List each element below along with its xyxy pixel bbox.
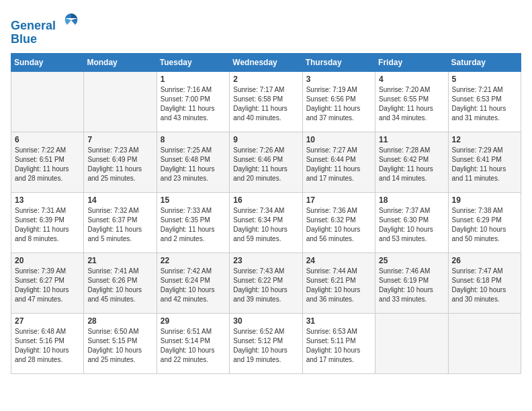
logo-icon [62,11,81,30]
day-info: Sunrise: 7:42 AM Sunset: 6:24 PM Dayligh… [161,267,226,304]
day-info: Sunrise: 7:36 AM Sunset: 6:32 PM Dayligh… [306,206,371,244]
calendar-week-row: 20Sunrise: 7:39 AM Sunset: 6:27 PM Dayli… [11,253,521,313]
day-number: 16 [233,195,298,205]
calendar-day-cell: 28Sunrise: 6:50 AM Sunset: 5:15 PM Dayli… [84,313,157,373]
calendar-day-cell: 17Sunrise: 7:36 AM Sunset: 6:32 PM Dayli… [302,192,375,253]
day-number: 27 [15,316,80,326]
day-info: Sunrise: 7:37 AM Sunset: 6:30 PM Dayligh… [379,206,444,244]
day-info: Sunrise: 7:34 AM Sunset: 6:34 PM Dayligh… [233,206,298,244]
day-number: 22 [161,256,226,265]
calendar-table: SundayMondayTuesdayWednesdayThursdayFrid… [11,53,521,374]
day-number: 24 [306,256,371,265]
calendar-day-cell: 29Sunrise: 6:51 AM Sunset: 5:14 PM Dayli… [157,313,229,373]
weekday-header-cell: Thursday [302,53,375,71]
day-info: Sunrise: 7:32 AM Sunset: 6:37 PM Dayligh… [87,206,152,244]
calendar-day-cell: 24Sunrise: 7:44 AM Sunset: 6:21 PM Dayli… [302,253,375,313]
day-info: Sunrise: 7:29 AM Sunset: 6:41 PM Dayligh… [452,146,517,183]
calendar-day-cell: 19Sunrise: 7:38 AM Sunset: 6:29 PM Dayli… [448,192,521,253]
calendar-week-row: 27Sunrise: 6:48 AM Sunset: 5:16 PM Dayli… [11,313,521,373]
calendar-day-cell [11,71,84,132]
day-number: 19 [452,195,517,205]
day-number: 5 [452,75,517,84]
calendar-day-cell: 27Sunrise: 6:48 AM Sunset: 5:16 PM Dayli… [11,313,84,373]
day-number: 26 [452,256,517,265]
calendar-day-cell: 2Sunrise: 7:17 AM Sunset: 6:58 PM Daylig… [230,71,302,132]
calendar-day-cell: 30Sunrise: 6:52 AM Sunset: 5:12 PM Dayli… [230,313,302,373]
day-number: 21 [87,256,152,265]
calendar-day-cell: 20Sunrise: 7:39 AM Sunset: 6:27 PM Dayli… [11,253,84,313]
calendar-day-cell [84,71,157,132]
day-number: 1 [161,75,226,84]
day-number: 10 [306,135,371,144]
day-info: Sunrise: 6:52 AM Sunset: 5:12 PM Dayligh… [233,327,298,365]
day-info: Sunrise: 7:31 AM Sunset: 6:39 PM Dayligh… [15,206,80,244]
day-number: 4 [379,75,444,84]
day-info: Sunrise: 7:17 AM Sunset: 6:58 PM Dayligh… [233,85,298,123]
calendar-day-cell: 18Sunrise: 7:37 AM Sunset: 6:30 PM Dayli… [375,192,448,253]
day-info: Sunrise: 6:53 AM Sunset: 5:11 PM Dayligh… [306,327,371,365]
calendar-day-cell: 12Sunrise: 7:29 AM Sunset: 6:41 PM Dayli… [448,132,521,192]
day-number: 3 [306,75,371,84]
day-number: 14 [87,195,152,205]
day-number: 29 [161,316,226,326]
day-info: Sunrise: 7:16 AM Sunset: 7:00 PM Dayligh… [161,85,226,123]
day-info: Sunrise: 7:33 AM Sunset: 6:35 PM Dayligh… [161,206,226,244]
weekday-header-cell: Tuesday [157,53,229,71]
day-number: 7 [87,135,152,144]
weekday-header-cell: Monday [84,53,157,71]
day-info: Sunrise: 7:21 AM Sunset: 6:53 PM Dayligh… [452,85,517,123]
day-number: 11 [379,135,444,144]
calendar-week-row: 6Sunrise: 7:22 AM Sunset: 6:51 PM Daylig… [11,132,521,192]
calendar-day-cell: 6Sunrise: 7:22 AM Sunset: 6:51 PM Daylig… [11,132,84,192]
calendar-day-cell: 5Sunrise: 7:21 AM Sunset: 6:53 PM Daylig… [448,71,521,132]
calendar-day-cell: 13Sunrise: 7:31 AM Sunset: 6:39 PM Dayli… [11,192,84,253]
calendar-day-cell: 21Sunrise: 7:41 AM Sunset: 6:26 PM Dayli… [84,253,157,313]
weekday-header-cell: Wednesday [230,53,302,71]
day-number: 6 [15,135,80,144]
weekday-header-row: SundayMondayTuesdayWednesdayThursdayFrid… [11,53,521,71]
calendar-day-cell: 10Sunrise: 7:27 AM Sunset: 6:44 PM Dayli… [302,132,375,192]
day-info: Sunrise: 7:47 AM Sunset: 6:18 PM Dayligh… [452,267,517,304]
day-info: Sunrise: 7:27 AM Sunset: 6:44 PM Dayligh… [306,146,371,183]
day-info: Sunrise: 7:43 AM Sunset: 6:22 PM Dayligh… [233,267,298,304]
day-info: Sunrise: 7:20 AM Sunset: 6:55 PM Dayligh… [379,85,444,123]
calendar-day-cell: 16Sunrise: 7:34 AM Sunset: 6:34 PM Dayli… [230,192,302,253]
day-info: Sunrise: 7:25 AM Sunset: 6:48 PM Dayligh… [161,146,226,183]
calendar-day-cell: 14Sunrise: 7:32 AM Sunset: 6:37 PM Dayli… [84,192,157,253]
day-number: 9 [233,135,298,144]
day-info: Sunrise: 7:19 AM Sunset: 6:56 PM Dayligh… [306,85,371,123]
calendar-day-cell: 15Sunrise: 7:33 AM Sunset: 6:35 PM Dayli… [157,192,229,253]
day-info: Sunrise: 7:41 AM Sunset: 6:26 PM Dayligh… [87,267,152,304]
calendar-week-row: 1Sunrise: 7:16 AM Sunset: 7:00 PM Daylig… [11,71,521,132]
calendar-body: 1Sunrise: 7:16 AM Sunset: 7:00 PM Daylig… [11,71,521,373]
calendar-day-cell: 26Sunrise: 7:47 AM Sunset: 6:18 PM Dayli… [448,253,521,313]
calendar-day-cell: 25Sunrise: 7:46 AM Sunset: 6:19 PM Dayli… [375,253,448,313]
weekday-header-cell: Saturday [448,53,521,71]
day-info: Sunrise: 7:23 AM Sunset: 6:49 PM Dayligh… [87,146,152,183]
day-number: 17 [306,195,371,205]
logo: General Blue [11,11,81,46]
day-number: 20 [15,256,80,265]
day-info: Sunrise: 7:39 AM Sunset: 6:27 PM Dayligh… [15,267,80,304]
day-info: Sunrise: 6:48 AM Sunset: 5:16 PM Dayligh… [15,327,80,365]
day-number: 13 [15,195,80,205]
page-header: General Blue [11,11,521,46]
day-info: Sunrise: 6:50 AM Sunset: 5:15 PM Dayligh… [87,327,152,365]
day-number: 15 [161,195,226,205]
day-number: 8 [161,135,226,144]
day-number: 18 [379,195,444,205]
day-info: Sunrise: 6:51 AM Sunset: 5:14 PM Dayligh… [161,327,226,365]
calendar-day-cell: 1Sunrise: 7:16 AM Sunset: 7:00 PM Daylig… [157,71,229,132]
calendar-day-cell: 3Sunrise: 7:19 AM Sunset: 6:56 PM Daylig… [302,71,375,132]
calendar-day-cell: 8Sunrise: 7:25 AM Sunset: 6:48 PM Daylig… [157,132,229,192]
weekday-header-cell: Friday [375,53,448,71]
calendar-day-cell: 31Sunrise: 6:53 AM Sunset: 5:11 PM Dayli… [302,313,375,373]
day-info: Sunrise: 7:22 AM Sunset: 6:51 PM Dayligh… [15,146,80,183]
calendar-day-cell [448,313,521,373]
calendar-day-cell: 4Sunrise: 7:20 AM Sunset: 6:55 PM Daylig… [375,71,448,132]
weekday-header-cell: Sunday [11,53,84,71]
day-info: Sunrise: 7:38 AM Sunset: 6:29 PM Dayligh… [452,206,517,244]
calendar-day-cell: 9Sunrise: 7:26 AM Sunset: 6:46 PM Daylig… [230,132,302,192]
day-number: 25 [379,256,444,265]
calendar-week-row: 13Sunrise: 7:31 AM Sunset: 6:39 PM Dayli… [11,192,521,253]
